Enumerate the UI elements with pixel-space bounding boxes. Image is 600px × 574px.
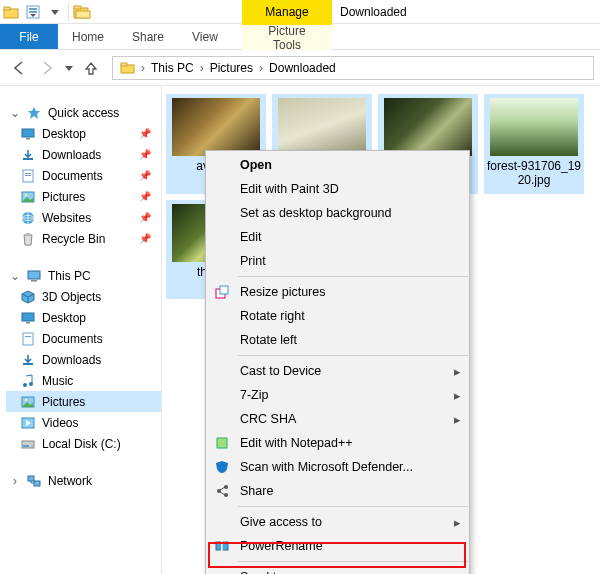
nav-item-downloads[interactable]: Downloads📌 [6,144,161,165]
ctx-cast-to-device[interactable]: Cast to Device▸ [206,359,469,383]
folder-open-icon [71,1,93,23]
separator [238,561,468,562]
svg-rect-6 [74,6,81,9]
recent-locations-button[interactable] [62,55,76,81]
nav-item-3d-objects[interactable]: 3D Objects [6,286,161,307]
back-button[interactable] [6,55,32,81]
window-title: Downloaded [340,0,407,24]
ctx-share[interactable]: Share [206,479,469,503]
nav-item-desktop[interactable]: Desktop [6,307,161,328]
chevron-right-icon[interactable]: › [259,61,263,75]
network-icon [26,473,42,489]
breadcrumb-segment[interactable]: This PC [147,61,198,75]
nav-network[interactable]: › Network [6,470,161,491]
svg-rect-4 [29,11,37,13]
share-icon [213,482,231,500]
chevron-right-icon: ▸ [454,515,461,530]
chevron-right-icon[interactable]: › [141,61,145,75]
ctx-edit-paint3d[interactable]: Edit with Paint 3D [206,177,469,201]
chevron-right-icon: ▸ [454,412,461,427]
up-button[interactable] [78,55,104,81]
svg-rect-24 [26,322,30,324]
nav-item-desktop[interactable]: Desktop📌 [6,123,161,144]
svg-rect-25 [23,333,33,345]
ctx-crc-sha[interactable]: CRC SHA▸ [206,407,469,431]
ctx-give-access-to[interactable]: Give access to▸ [206,510,469,534]
breadcrumb-segment[interactable]: Pictures [206,61,257,75]
nav-item-recycle-bin[interactable]: Recycle Bin📌 [6,228,161,249]
tab-file[interactable]: File [0,24,58,49]
ctx-open[interactable]: Open [206,153,469,177]
separator [238,506,468,507]
nav-label: Downloads [42,353,101,367]
nav-label: Websites [42,211,91,225]
star-icon [26,105,42,121]
ctx-set-desktop-bg[interactable]: Set as desktop background [206,201,469,225]
downloads-icon [20,147,36,163]
nav-label: Desktop [42,311,86,325]
ctx-resize-pictures[interactable]: Resize pictures [206,280,469,304]
nav-item-pictures[interactable]: Pictures [6,391,161,412]
disk-icon [20,436,36,452]
tab-view[interactable]: View [178,24,232,49]
nav-item-pictures[interactable]: Pictures📌 [6,186,161,207]
svg-rect-37 [34,481,40,486]
ctx-edit[interactable]: Edit [206,225,469,249]
ctx-powerrename[interactable]: PowerRename [206,534,469,558]
forward-button[interactable] [34,55,60,81]
tab-share[interactable]: Share [118,24,178,49]
pin-icon: 📌 [139,191,151,202]
nav-item-local-disk[interactable]: Local Disk (C:) [6,433,161,454]
ctx-rotate-right[interactable]: Rotate right [206,304,469,328]
svg-rect-1 [4,7,10,10]
svg-rect-3 [29,8,37,10]
ctx-edit-notepadpp[interactable]: Edit with Notepad++ [206,431,469,455]
address-bar[interactable]: › This PC › Pictures › Downloaded [112,56,594,80]
tab-home[interactable]: Home [58,24,118,49]
nav-item-music[interactable]: Music [6,370,161,391]
svg-rect-26 [25,336,31,337]
qat-properties-button[interactable] [22,1,44,23]
contextual-tab-manage[interactable]: Manage [242,0,332,24]
breadcrumb-segment[interactable]: Downloaded [265,61,340,75]
file-item[interactable]: forest-931706_1920.jpg [484,94,584,194]
collapse-icon[interactable]: ⌄ [10,106,20,120]
svg-rect-15 [25,175,31,176]
ctx-print[interactable]: Print [206,249,469,273]
downloads-icon [20,352,36,368]
collapse-icon[interactable]: ⌄ [10,269,20,283]
nav-item-videos[interactable]: Videos [6,412,161,433]
nav-item-documents[interactable]: Documents📌 [6,165,161,186]
nav-label: Downloads [42,148,101,162]
svg-rect-14 [25,173,31,174]
nav-quick-access[interactable]: ⌄ Quick access [6,102,161,123]
svg-point-28 [23,383,27,387]
qat-dropdown-button[interactable] [44,1,66,23]
nav-item-downloads[interactable]: Downloads [6,349,161,370]
navigation-pane: ⌄ Quick access Desktop📌 Downloads📌 Docum… [0,86,162,574]
expand-icon[interactable]: › [10,474,20,488]
chevron-right-icon: ▸ [454,364,461,379]
svg-point-35 [31,445,33,447]
svg-rect-10 [22,129,34,137]
pin-icon: 📌 [139,233,151,244]
svg-rect-27 [23,363,33,365]
svg-rect-34 [23,445,29,447]
shield-icon [213,458,231,476]
nav-item-documents[interactable]: Documents [6,328,161,349]
chevron-right-icon[interactable]: › [200,61,204,75]
documents-icon [20,168,36,184]
folder-icon [0,1,22,23]
ctx-rotate-left[interactable]: Rotate left [206,328,469,352]
nav-label: Music [42,374,73,388]
computer-icon [26,268,42,284]
tab-picture-tools[interactable]: Picture Tools [242,24,332,50]
nav-this-pc[interactable]: ⌄ This PC [6,265,161,286]
ctx-scan-defender[interactable]: Scan with Microsoft Defender... [206,455,469,479]
nav-label: Desktop [42,127,86,141]
context-menu: Open Edit with Paint 3D Set as desktop b… [205,150,470,574]
nav-item-websites[interactable]: Websites📌 [6,207,161,228]
ctx-send-to[interactable]: Send to▸ [206,565,469,574]
thumbnail [490,98,578,156]
ctx-7zip[interactable]: 7-Zip▸ [206,383,469,407]
